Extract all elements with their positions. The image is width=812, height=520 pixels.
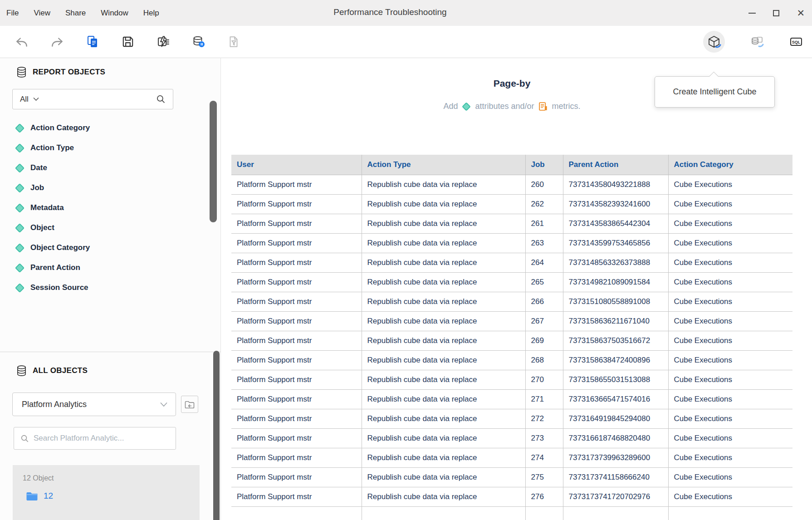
table-row[interactable]: Platform Support mstrRepublish cube data… bbox=[231, 214, 792, 233]
objects-panel: 12 Object 12 bbox=[13, 465, 200, 520]
close-button[interactable]: ✕ bbox=[797, 8, 805, 18]
table-cell: 270 bbox=[525, 370, 563, 389]
search-input[interactable] bbox=[34, 434, 169, 443]
table-cell: 7373173739963289600 bbox=[563, 448, 668, 467]
folder-up-button[interactable] bbox=[181, 396, 198, 413]
save-icon[interactable] bbox=[121, 35, 135, 49]
menu-view[interactable]: View bbox=[34, 9, 50, 18]
table-cell: 266 bbox=[525, 292, 563, 311]
folder-item[interactable]: 12 bbox=[25, 491, 53, 501]
search-icon[interactable] bbox=[156, 94, 166, 104]
refresh-data-icon[interactable] bbox=[157, 35, 170, 49]
table-cell: Cube Executions bbox=[668, 428, 792, 448]
table-cell: Cube Executions bbox=[668, 214, 792, 233]
report-objects-title: REPORT OBJECTS bbox=[33, 68, 105, 77]
create-intelligent-cube-button[interactable] bbox=[703, 31, 725, 53]
column-header[interactable]: Action Category bbox=[668, 155, 792, 175]
report-objects-scrollbar[interactable] bbox=[210, 101, 217, 222]
sql-view-icon[interactable]: SQL bbox=[789, 35, 803, 49]
table-cell: Republish cube data via replace bbox=[362, 370, 525, 389]
table-row[interactable]: Platform Support mstrRepublish cube data… bbox=[231, 253, 792, 272]
table-cell: Platform Support mstr bbox=[231, 487, 362, 506]
minimize-button[interactable] bbox=[748, 13, 756, 14]
report-objects-filter[interactable]: All bbox=[12, 89, 173, 109]
report-objects-header: REPORT OBJECTS bbox=[16, 66, 105, 78]
filter-document-icon[interactable] bbox=[227, 35, 240, 48]
table-row[interactable]: Platform Support mstrRepublish cube data… bbox=[231, 389, 792, 409]
column-header[interactable]: Job bbox=[525, 155, 563, 175]
title-bar: File View Share Window Help Performance … bbox=[0, 0, 812, 26]
menu-share[interactable]: Share bbox=[65, 9, 86, 18]
table-row[interactable]: Platform Support mstrRepublish cube data… bbox=[231, 467, 792, 487]
table-cell: 260 bbox=[525, 175, 563, 194]
table-cell: Cube Executions bbox=[668, 331, 792, 350]
dataset-value: Platform Analytics bbox=[22, 400, 160, 409]
table-cell: Republish cube data via replace bbox=[362, 292, 525, 311]
table-row[interactable]: Platform Support mstrRepublish cube data… bbox=[231, 350, 792, 370]
table-row[interactable]: Platform Support mstrRepublish cube data… bbox=[231, 194, 792, 214]
report-grid: UserAction TypeJobParent ActionAction Ca… bbox=[231, 155, 792, 520]
search-box[interactable] bbox=[14, 427, 176, 450]
table-cell: Republish cube data via replace bbox=[362, 194, 525, 214]
table-cell: Platform Support mstr bbox=[231, 253, 362, 272]
attribute-label: Object Category bbox=[30, 243, 90, 252]
database-search-icon[interactable] bbox=[750, 35, 764, 49]
table-cell: Platform Support mstr bbox=[231, 311, 362, 331]
maximize-button[interactable] bbox=[773, 10, 779, 16]
attribute-diamond-icon bbox=[15, 183, 24, 192]
table-cell: 261 bbox=[525, 214, 563, 233]
table-row[interactable]: Platform Support mstrRepublish cube data… bbox=[231, 448, 792, 467]
table-cell: 7373166187468820480 bbox=[563, 428, 668, 448]
table-row[interactable]: Platform Support mstrRepublish cube data… bbox=[231, 292, 792, 311]
table-row[interactable]: Platform Support mstrRepublish cube data… bbox=[231, 487, 792, 506]
attribute-item[interactable]: Job bbox=[0, 178, 209, 198]
window-controls: ✕ bbox=[748, 0, 805, 26]
table-row[interactable]: Platform Support mstrRepublish cube data… bbox=[231, 331, 792, 350]
attribute-item[interactable]: Action Type bbox=[0, 138, 209, 158]
attribute-item[interactable]: Object Category bbox=[0, 238, 209, 258]
table-cell: 7373151080558891008 bbox=[563, 292, 668, 311]
column-header[interactable]: Parent Action bbox=[563, 155, 668, 175]
table-row[interactable]: Platform Support mstrRepublish cube data… bbox=[231, 428, 792, 448]
table-row[interactable]: Platform Support mstrRepublish cube data… bbox=[231, 272, 792, 292]
table-row[interactable]: Platform Support mstrRepublish cube data… bbox=[231, 175, 792, 194]
column-header[interactable]: Action Type bbox=[362, 155, 525, 175]
table-cell: 263 bbox=[525, 233, 563, 253]
menu-help[interactable]: Help bbox=[143, 9, 159, 18]
tooltip-create-intelligent-cube: Create Intelligent Cube bbox=[655, 76, 775, 108]
table-cell bbox=[668, 506, 792, 520]
object-count-label: 12 Object bbox=[23, 474, 54, 482]
table-cell bbox=[525, 506, 563, 520]
database-pause-icon[interactable] bbox=[192, 35, 205, 49]
table-row[interactable]: Platform Support mstrRepublish cube data… bbox=[231, 233, 792, 253]
attribute-diamond-icon bbox=[15, 283, 24, 292]
table-cell: Cube Executions bbox=[668, 350, 792, 370]
attribute-diamond-icon bbox=[15, 243, 24, 252]
attribute-item[interactable]: Date bbox=[0, 158, 209, 178]
attribute-label: Object bbox=[30, 223, 54, 232]
attribute-item[interactable]: Action Category bbox=[0, 118, 209, 138]
filter-value[interactable]: All bbox=[20, 95, 29, 104]
column-header[interactable]: User bbox=[231, 155, 362, 175]
attribute-item[interactable]: Parent Action bbox=[0, 258, 209, 278]
table-row[interactable]: Platform Support mstrRepublish cube data… bbox=[231, 409, 792, 428]
all-objects-scrollbar[interactable] bbox=[213, 351, 220, 520]
table-row[interactable]: Platform Support mstrRepublish cube data… bbox=[231, 311, 792, 331]
table-cell: Platform Support mstr bbox=[231, 389, 362, 409]
tooltip-text: Create Intelligent Cube bbox=[673, 87, 756, 97]
menu-window[interactable]: Window bbox=[101, 9, 128, 18]
attribute-item[interactable]: Metadata bbox=[0, 198, 209, 218]
copy-document-icon[interactable] bbox=[86, 35, 99, 49]
table-cell: Platform Support mstr bbox=[231, 272, 362, 292]
attribute-item[interactable]: Session Source bbox=[0, 278, 209, 298]
table-cell: Platform Support mstr bbox=[231, 428, 362, 448]
attribute-item[interactable]: Object bbox=[0, 218, 209, 238]
table-row[interactable]: Platform Support mstrRepublish cube data… bbox=[231, 370, 792, 389]
undo-icon[interactable] bbox=[15, 35, 29, 49]
dataset-select[interactable]: Platform Analytics bbox=[12, 392, 176, 416]
redo-icon[interactable] bbox=[50, 35, 64, 49]
table-cell: Republish cube data via replace bbox=[362, 311, 525, 331]
attribute-list: Action Category Action Type Date Job Met… bbox=[0, 118, 209, 298]
table-cell: Platform Support mstr bbox=[231, 409, 362, 428]
menu-file[interactable]: File bbox=[6, 9, 19, 18]
